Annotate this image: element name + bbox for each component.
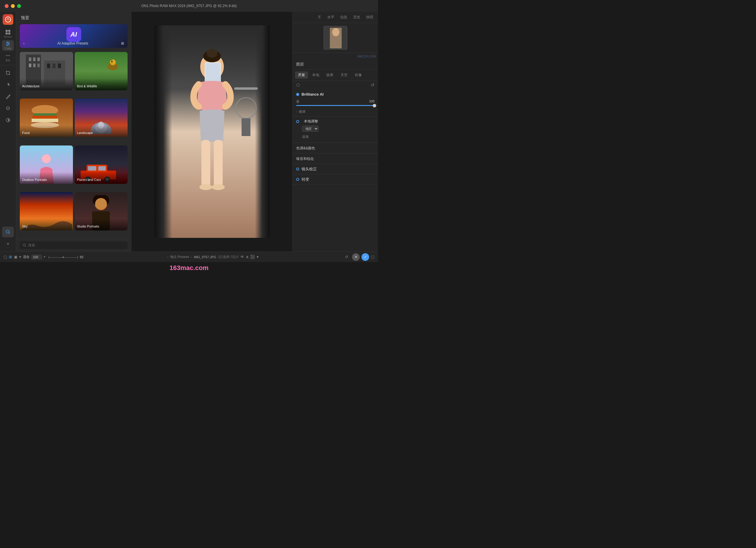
- lens-title: 镜头校正: [302, 167, 374, 172]
- photo-container: MACGF.COM: [131, 12, 292, 252]
- grid-view-icon[interactable]: ⊞: [9, 255, 12, 259]
- ai-icon: AI: [66, 27, 81, 42]
- transform-section[interactable]: 转变: [293, 175, 378, 185]
- lens-correct-section[interactable]: 镜头校正: [293, 164, 378, 175]
- dev-tab-local[interactable]: 本地: [309, 71, 322, 79]
- svg-rect-56: [206, 63, 220, 82]
- main-photo: MACGF.COM: [154, 25, 270, 238]
- dev-tab-sky[interactable]: 天空: [338, 71, 351, 79]
- preset-bird-label: Bird & Wildlife: [75, 79, 128, 90]
- filename: IMG_9757.JPG: [194, 255, 216, 259]
- preset-architecture-label: Architecture: [20, 79, 73, 90]
- status-bar-right: ↺ ✕ ✓ ▢: [343, 253, 374, 261]
- tab-horizon[interactable]: 水平: [325, 14, 337, 21]
- preset-outdoor-label: Outdoor Portraits: [20, 172, 73, 184]
- preset-planes-label: Planes and Cars: [75, 172, 128, 184]
- svg-rect-16: [33, 58, 35, 61]
- lens-dot: [296, 168, 299, 171]
- zoom-percent: 92: [80, 255, 83, 259]
- ai-chevron-left: ‹: [23, 41, 25, 45]
- browse-label: Browse: [4, 35, 12, 38]
- noise-sharpen-section[interactable]: 噪音和锐化: [293, 154, 378, 164]
- search-wrap[interactable]: [20, 242, 128, 249]
- tab-info[interactable]: 信息: [338, 14, 350, 21]
- compare-view-icon[interactable]: ▣: [14, 255, 17, 259]
- text-icon[interactable]: A: [246, 255, 248, 259]
- confirm-button[interactable]: ✓: [361, 253, 369, 261]
- local-header: 本地调整: [296, 119, 374, 124]
- tab-no[interactable]: 不: [315, 14, 324, 21]
- more-icon[interactable]: ▾: [257, 255, 259, 259]
- svg-point-8: [6, 55, 7, 56]
- svg-point-37: [42, 154, 51, 163]
- view-chevron[interactable]: ▾: [19, 255, 21, 259]
- room-bg: [228, 84, 264, 173]
- brilliance-title: Brilliance AI: [302, 92, 374, 97]
- preset-sky-label: Sky: [20, 219, 73, 231]
- svg-point-10: [9, 55, 10, 56]
- thumbnail-row: [293, 23, 378, 53]
- preset-landscape-label: Landscape: [75, 125, 128, 137]
- preset-bird-wildlife[interactable]: Bird & Wildlife: [75, 52, 128, 90]
- layers-row: 图层: [293, 59, 378, 70]
- micro-chevron: ›: [296, 110, 297, 113]
- panel-toggle-icon[interactable]: ▢: [371, 255, 374, 259]
- minimize-button[interactable]: [11, 4, 15, 8]
- toolbar-more[interactable]: 更多: [2, 52, 14, 63]
- zoom-arrow[interactable]: ▾: [44, 255, 45, 259]
- tab-snapshot[interactable]: 快照: [364, 14, 376, 21]
- tab-history[interactable]: 历史: [351, 14, 363, 21]
- svg-rect-30: [32, 116, 57, 119]
- color-tone-section[interactable]: 色调&&颜色: [293, 143, 378, 154]
- eye-icon[interactable]: 👁: [240, 255, 244, 259]
- micro-adjust-row[interactable]: › 微调: [293, 108, 378, 116]
- fit-label: 适合: [23, 255, 30, 259]
- toolbar-search[interactable]: [2, 227, 14, 237]
- reset-icon[interactable]: ↺: [371, 83, 374, 87]
- preset-outdoor-portraits[interactable]: Outdoor Portraits: [20, 146, 73, 184]
- preset-planes-cars[interactable]: Planes and Cars: [75, 146, 128, 184]
- undo-button[interactable]: ↺: [343, 253, 350, 261]
- zoom-input[interactable]: [31, 255, 42, 260]
- slider-value: 100: [369, 100, 374, 104]
- toolbar-crop[interactable]: [2, 68, 14, 78]
- toolbar-retouch[interactable]: [2, 91, 14, 102]
- brilliance-dot: [296, 93, 299, 96]
- preset-food[interactable]: Food: [20, 99, 73, 137]
- toolbar-local[interactable]: [2, 103, 14, 114]
- svg-point-50: [23, 244, 25, 246]
- window-controls[interactable]: [5, 4, 21, 8]
- single-view-icon[interactable]: ▢: [4, 255, 7, 259]
- dev-tab-portrait[interactable]: 肖像: [352, 71, 365, 79]
- preset-sky[interactable]: Sky: [20, 192, 73, 231]
- svg-point-59: [199, 184, 212, 190]
- maximize-button[interactable]: [17, 4, 21, 8]
- toolbar-settings[interactable]: [2, 239, 14, 249]
- slider-thumb[interactable]: [373, 104, 376, 107]
- toolbar-browse[interactable]: Browse: [2, 28, 14, 39]
- preset-studio-portraits[interactable]: Studio Portraits: [75, 192, 128, 231]
- dev-tab-effects[interactable]: 效果: [323, 71, 336, 79]
- ai-banner[interactable]: AI ‹ AI Adaptive Presets ⊞: [20, 24, 128, 48]
- svg-point-60: [212, 184, 225, 190]
- preset-landscape[interactable]: Landscape: [75, 99, 128, 137]
- camera-icon[interactable]: ⬛: [250, 255, 255, 259]
- toolbar-develop[interactable]: 芒编辑: [2, 40, 14, 51]
- dev-tab-develop[interactable]: 开发: [295, 71, 308, 79]
- bump-icon[interactable]: ⬡: [296, 83, 300, 87]
- svg-point-61: [236, 98, 256, 118]
- brilliance-header[interactable]: Brilliance AI: [293, 89, 378, 98]
- micro-label: 微调: [299, 110, 305, 114]
- toolbar-transform[interactable]: [2, 79, 14, 90]
- search-input[interactable]: [28, 243, 125, 247]
- svg-rect-58: [214, 140, 223, 187]
- region-select[interactable]: 地区: [302, 126, 319, 132]
- cancel-button[interactable]: ✕: [352, 253, 360, 261]
- toolbar-mask[interactable]: [2, 115, 14, 125]
- svg-point-27: [111, 61, 113, 62]
- layers-label: 图层: [296, 62, 304, 66]
- brilliance-slider-track[interactable]: [296, 105, 374, 106]
- preset-architecture[interactable]: Architecture: [20, 52, 73, 90]
- svg-rect-22: [47, 63, 50, 68]
- close-button[interactable]: [5, 4, 9, 8]
